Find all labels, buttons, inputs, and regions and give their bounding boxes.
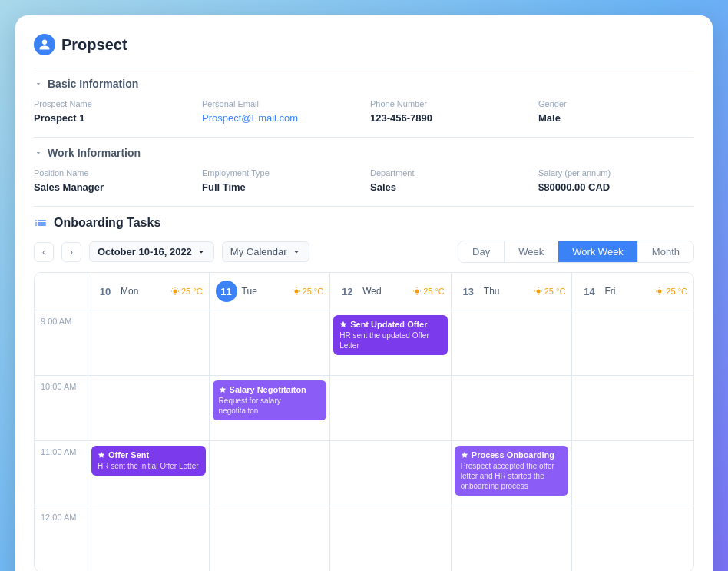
user-icon bbox=[34, 34, 55, 55]
svg-point-4 bbox=[658, 290, 662, 294]
divider-work bbox=[34, 137, 694, 138]
event-title-offer-sent: Offer Sent bbox=[98, 450, 200, 460]
onboarding-title: Onboarding Tasks bbox=[54, 216, 160, 230]
weather-thu: 25 °C bbox=[534, 287, 566, 296]
prospect-name-label: Prospect Name bbox=[34, 99, 190, 108]
cell-wed-10am bbox=[330, 376, 452, 440]
event-title-sent-updated-offer: Sent Updated Offer bbox=[339, 320, 442, 329]
view-tabs: Day Week Work Week Month bbox=[458, 241, 694, 263]
prospect-name-value: Prospect 1 bbox=[34, 112, 84, 124]
calendar-body: 9:00 AM Sent Updated Offer HR sent the u… bbox=[35, 310, 693, 571]
department-field: Department Sales bbox=[370, 168, 526, 194]
basic-info-toggle[interactable]: Basic Information bbox=[34, 78, 694, 90]
weather-mon: 25 °C bbox=[170, 287, 203, 296]
employment-type-value: Full Time bbox=[202, 181, 246, 193]
cell-wed-12am bbox=[330, 506, 452, 571]
work-info-grid: Position Name Sales Manager Employment T… bbox=[34, 168, 694, 194]
day-name-tue: Tue bbox=[242, 286, 257, 297]
svg-point-2 bbox=[415, 290, 419, 294]
event-title-salary: Salary Negotitaiton bbox=[219, 385, 321, 394]
day-number-wed: 12 bbox=[336, 281, 358, 302]
time-label-9am: 9:00 AM bbox=[35, 310, 88, 375]
day-name-fri: Fri bbox=[604, 286, 615, 297]
cell-mon-10am bbox=[88, 376, 210, 440]
svg-point-0 bbox=[173, 290, 177, 294]
event-sent-updated-offer[interactable]: Sent Updated Offer HR sent the updated O… bbox=[333, 315, 448, 355]
event-process-onboarding[interactable]: Process Onboarding Prospect accepted the… bbox=[455, 446, 569, 496]
cell-thu-12am bbox=[452, 506, 573, 571]
cell-tue-10am: Salary Negotitaiton Request for salary n… bbox=[210, 376, 331, 440]
event-desc-sent-updated-offer: HR sent the updated Offer Letter bbox=[339, 330, 442, 350]
salary-label: Salary (per annum) bbox=[538, 168, 694, 178]
divider-basic bbox=[34, 68, 694, 68]
svg-point-3 bbox=[536, 290, 540, 294]
cell-thu-9am bbox=[452, 310, 573, 375]
cell-mon-11am: Offer Sent HR sent the initial Offer Let… bbox=[88, 441, 210, 506]
prev-nav-button[interactable]: ‹ bbox=[34, 242, 54, 262]
page-title: Propsect bbox=[61, 36, 127, 54]
time-row-12am: 12:00 AM bbox=[35, 506, 693, 571]
calendar-name-selector[interactable]: My Calendar bbox=[222, 241, 309, 262]
weather-tue: 25 °C bbox=[292, 287, 324, 296]
next-nav-button[interactable]: › bbox=[61, 242, 81, 262]
position-value: Sales Manager bbox=[34, 181, 104, 193]
personal-email-label: Personal Email bbox=[202, 99, 358, 108]
gender-value: Male bbox=[538, 112, 561, 124]
time-col-header bbox=[35, 273, 88, 310]
main-card: Propsect Basic Information Prospect Name… bbox=[15, 15, 713, 571]
personal-email-value[interactable]: Prospect@Email.com bbox=[202, 112, 298, 124]
cell-fri-11am bbox=[572, 441, 693, 506]
cell-wed-11am bbox=[330, 441, 452, 506]
gender-field: Gender Male bbox=[538, 99, 694, 124]
cell-mon-9am bbox=[88, 310, 210, 375]
cell-tue-12am bbox=[210, 506, 331, 571]
cell-wed-9am: Sent Updated Offer HR sent the updated O… bbox=[330, 310, 452, 375]
position-field: Position Name Sales Manager bbox=[34, 168, 190, 194]
weather-wed: 25 °C bbox=[412, 287, 445, 296]
weather-fri: 25 °C bbox=[655, 287, 687, 296]
time-row-11am: 11:00 AM Offer Sent HR sent the initial … bbox=[35, 441, 693, 506]
salary-field: Salary (per annum) $80000.00 CAD bbox=[538, 168, 694, 194]
tab-month[interactable]: Month bbox=[638, 241, 693, 262]
date-range-selector[interactable]: October 10-16, 2022 bbox=[89, 241, 214, 262]
basic-info-grid: Prospect Name Prospect 1 Personal Email … bbox=[34, 99, 694, 124]
position-label: Position Name bbox=[34, 168, 190, 178]
cell-tue-9am bbox=[210, 310, 331, 375]
tab-work-week[interactable]: Work Week bbox=[558, 241, 638, 262]
divider-onboarding bbox=[34, 206, 694, 207]
day-number-fri: 14 bbox=[578, 281, 600, 302]
cell-thu-10am bbox=[452, 376, 573, 440]
day-name-mon: Mon bbox=[121, 286, 138, 297]
employment-type-label: Employment Type bbox=[202, 168, 358, 178]
tab-day[interactable]: Day bbox=[458, 241, 505, 262]
event-offer-sent[interactable]: Offer Sent HR sent the initial Offer Let… bbox=[91, 446, 206, 476]
tab-week[interactable]: Week bbox=[505, 241, 558, 262]
cell-thu-11am: Process Onboarding Prospect accepted the… bbox=[452, 441, 573, 506]
time-label-12am: 12:00 AM bbox=[35, 506, 88, 571]
day-number-tue: 11 bbox=[216, 281, 237, 302]
department-label: Department bbox=[370, 168, 526, 178]
day-header-fri: 14 Fri 25 °C bbox=[572, 273, 693, 310]
cell-fri-12am bbox=[572, 506, 693, 571]
svg-point-1 bbox=[294, 290, 298, 294]
time-label-10am: 10:00 AM bbox=[35, 376, 88, 440]
cell-mon-12am bbox=[88, 506, 210, 571]
day-header-thu: 13 Thu 25 °C bbox=[452, 273, 573, 310]
time-row-9am: 9:00 AM Sent Updated Offer HR sent the u… bbox=[35, 310, 693, 376]
cell-fri-10am bbox=[572, 376, 693, 440]
event-title-process-onboarding: Process Onboarding bbox=[461, 450, 563, 460]
day-name-wed: Wed bbox=[362, 286, 381, 297]
event-salary-negotiation[interactable]: Salary Negotitaiton Request for salary n… bbox=[213, 380, 327, 420]
employment-type-field: Employment Type Full Time bbox=[202, 168, 358, 194]
department-value: Sales bbox=[370, 181, 396, 193]
calendar-controls: ‹ › October 10-16, 2022 My Calendar Day … bbox=[34, 241, 694, 263]
calendar-grid: 10 Mon 25 °C 11 Tue 25 °C 12 Wed bbox=[34, 272, 694, 571]
phone-field: Phone Number 123-456-7890 bbox=[370, 99, 526, 124]
onboarding-header: Onboarding Tasks bbox=[34, 216, 694, 230]
salary-value: $80000.00 CAD bbox=[538, 181, 610, 193]
gender-label: Gender bbox=[538, 99, 694, 108]
page-header: Propsect bbox=[34, 34, 694, 55]
work-info-toggle[interactable]: Work Informartion bbox=[34, 147, 694, 159]
time-row-10am: 10:00 AM Salary Negotitaiton Request for… bbox=[35, 376, 693, 441]
phone-value: 123-456-7890 bbox=[370, 112, 432, 124]
